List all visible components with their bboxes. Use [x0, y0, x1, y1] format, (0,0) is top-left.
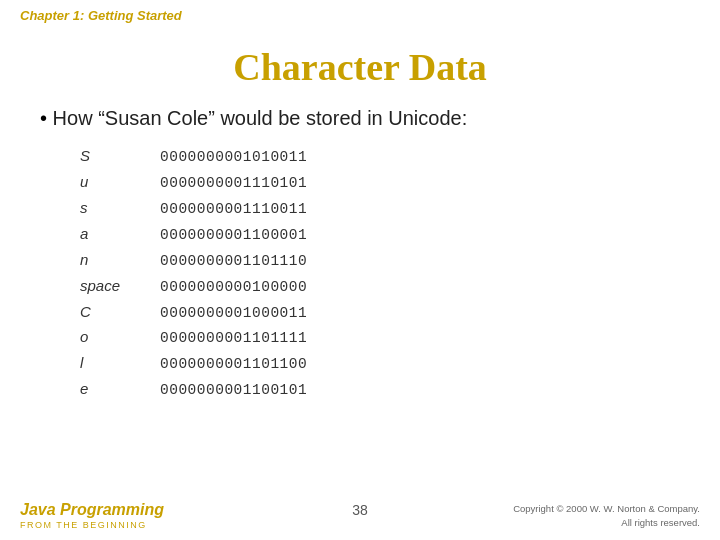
- char-code: 0000000001000011: [160, 302, 307, 326]
- char-code: 0000000001100001: [160, 224, 307, 248]
- char-label: l: [80, 351, 160, 376]
- footer-brand-subtitle: FROM THE BEGINNING: [20, 520, 164, 530]
- char-code: 0000000001110011: [160, 198, 307, 222]
- char-code: 0000000001101111: [160, 327, 307, 351]
- footer-left: Java Programming FROM THE BEGINNING: [20, 501, 164, 530]
- char-label: s: [80, 196, 160, 221]
- footer-brand-title: Java Programming: [20, 501, 164, 519]
- char-code: 0000000001101110: [160, 250, 307, 274]
- char-code: 0000000001110101: [160, 172, 307, 196]
- char-label: n: [80, 248, 160, 273]
- char-label: e: [80, 377, 160, 402]
- table-row: space0000000000100000: [80, 274, 700, 300]
- char-label: u: [80, 170, 160, 195]
- footer-copyright: Copyright © 2000 W. W. Norton & Company.…: [513, 502, 700, 531]
- footer: Java Programming FROM THE BEGINNING 38 C…: [0, 501, 720, 530]
- table-row: o0000000001101111: [80, 325, 700, 351]
- table-row: C0000000001000011: [80, 300, 700, 326]
- footer-page-number: 38: [352, 502, 368, 518]
- table-row: n0000000001101110: [80, 248, 700, 274]
- char-label: C: [80, 300, 160, 325]
- char-code: 0000000001010011: [160, 146, 307, 170]
- table-row: s0000000001110011: [80, 196, 700, 222]
- table-row: e0000000001100101: [80, 377, 700, 403]
- table-row: S0000000001010011: [80, 144, 700, 170]
- char-label: a: [80, 222, 160, 247]
- table-row: l0000000001101100: [80, 351, 700, 377]
- data-table: S0000000001010011u0000000001110101s00000…: [80, 144, 700, 403]
- chapter-header: Chapter 1: Getting Started: [20, 8, 182, 23]
- char-label: S: [80, 144, 160, 169]
- main-title: Character Data: [0, 45, 720, 89]
- bullet-line: • How “Susan Cole” would be stored in Un…: [40, 107, 700, 130]
- char-label: o: [80, 325, 160, 350]
- char-label: space: [80, 274, 160, 299]
- table-row: u0000000001110101: [80, 170, 700, 196]
- char-code: 0000000000100000: [160, 276, 307, 300]
- table-row: a0000000001100001: [80, 222, 700, 248]
- char-code: 0000000001101100: [160, 353, 307, 377]
- char-code: 0000000001100101: [160, 379, 307, 403]
